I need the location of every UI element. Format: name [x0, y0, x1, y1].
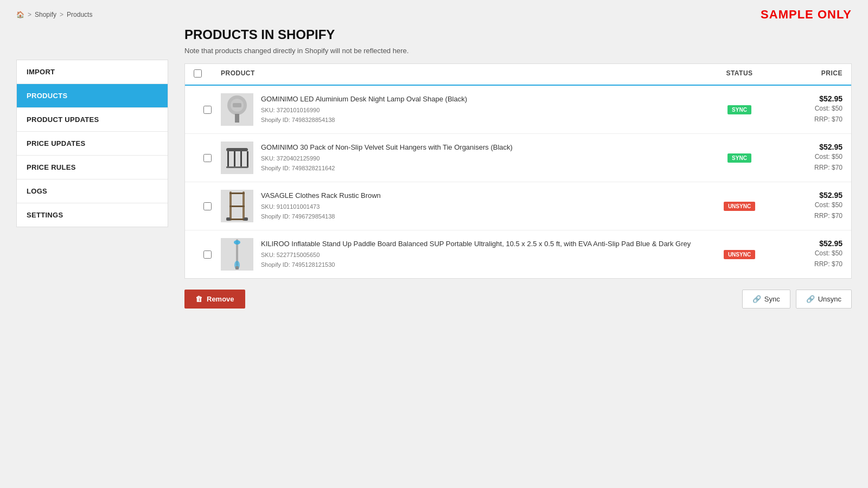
svg-rect-16 [244, 217, 248, 221]
table-row: GOMINIMO LED Aluminium Desk Night Lamp O… [185, 86, 851, 134]
remove-button[interactable]: 🗑 Remove [184, 290, 245, 309]
row4-status-cell: UNSYNC [701, 250, 777, 259]
row4-price-cell: $52.95 Cost: $50 RRP: $70 [777, 239, 843, 270]
table-row: VASAGLE Clothes Rack Rustic Brown SKU: 9… [185, 182, 851, 230]
select-all-checkbox[interactable] [194, 69, 202, 78]
row2-product-name: GOMINIMO 30 Pack of Non-Slip Velvet Suit… [261, 143, 513, 152]
breadcrumb-shopify[interactable]: Shopify [35, 11, 56, 18]
row2-checkbox-cell [194, 154, 221, 162]
row1-price-sub: Cost: $50 RRP: $70 [777, 103, 843, 125]
header-price: PRICE [777, 69, 843, 79]
row3-product-info: VASAGLE Clothes Rack Rustic Brown SKU: 9… [261, 191, 381, 221]
header-status: STATUS [701, 69, 777, 79]
svg-rect-1 [235, 114, 239, 123]
row1-status-badge: SYNC [727, 105, 751, 114]
products-table: PRODUCT STATUS PRICE [184, 63, 852, 279]
row1-product-sku: SKU: 3720101016990 Shopify ID: 749832885… [261, 106, 467, 125]
row4-product-image [221, 238, 253, 271]
row4-status-badge: UNSYNC [724, 250, 755, 259]
row2-checkbox[interactable] [203, 154, 212, 162]
breadcrumb-products: Products [67, 11, 92, 18]
row4-product-sku: SKU: 5227715005650 Shopify ID: 749512812… [261, 251, 691, 269]
breadcrumb: 🏠 > Shopify > Products [16, 11, 92, 18]
row4-product-info: KILIROO Inflatable Stand Up Paddle Board… [261, 239, 691, 269]
sidebar: IMPORT PRODUCTS PRODUCT UPDATES PRICE UP… [16, 60, 168, 227]
row3-checkbox[interactable] [203, 202, 212, 210]
row3-status-cell: UNSYNC [701, 202, 777, 211]
table-row: GOMINIMO 30 Pack of Non-Slip Velvet Suit… [185, 134, 851, 182]
sync-button[interactable]: 🔗 Sync [742, 290, 790, 309]
sidebar-item-settings[interactable]: SETTINGS [17, 203, 168, 227]
trash-icon: 🗑 [195, 295, 202, 303]
row3-product-name: VASAGLE Clothes Rack Rustic Brown [261, 191, 381, 201]
row2-product-sku: SKU: 3720402125990 Shopify ID: 749832821… [261, 154, 513, 173]
row3-price-main: $52.95 [777, 191, 843, 200]
sync-icon: 🔗 [752, 295, 761, 303]
row3-product-sku: SKU: 9101101001473 Shopify ID: 749672985… [261, 202, 381, 221]
svg-rect-6 [234, 151, 235, 168]
row3-checkbox-cell [194, 202, 221, 210]
content-area: PRODUCTS IN SHOPIFY Note that products c… [168, 27, 852, 445]
home-icon[interactable]: 🏠 [16, 11, 24, 18]
svg-rect-3 [233, 103, 241, 107]
svg-rect-15 [226, 217, 231, 221]
row4-checkbox[interactable] [203, 251, 212, 259]
row3-product-cell: VASAGLE Clothes Rack Rustic Brown SKU: 9… [221, 190, 701, 222]
row3-product-image [221, 190, 253, 222]
svg-rect-20 [235, 266, 239, 269]
row2-product-cell: GOMINIMO 30 Pack of Non-Slip Velvet Suit… [221, 142, 701, 174]
svg-rect-4 [226, 148, 248, 151]
svg-point-18 [234, 240, 240, 245]
sidebar-item-price-updates[interactable]: PRICE UPDATES [17, 132, 168, 156]
row2-price-main: $52.95 [777, 143, 843, 151]
right-actions: 🔗 Sync 🔗 Unsync [742, 290, 852, 309]
row1-product-image [221, 93, 253, 126]
sample-only-label: SAMPLE ONLY [761, 8, 852, 22]
table-row: KILIROO Inflatable Stand Up Paddle Board… [185, 230, 851, 278]
row2-product-info: GOMINIMO 30 Pack of Non-Slip Velvet Suit… [261, 143, 513, 173]
row2-product-image [221, 142, 253, 174]
sidebar-item-price-rules[interactable]: PRICE RULES [17, 156, 168, 179]
unsync-icon: 🔗 [806, 295, 815, 303]
sidebar-item-products[interactable]: PRODUCTS [17, 84, 168, 108]
row1-product-name: GOMINIMO LED Aluminium Desk Night Lamp O… [261, 94, 467, 104]
row1-price-main: $52.95 [777, 94, 843, 103]
sidebar-item-product-updates[interactable]: PRODUCT UPDATES [17, 108, 168, 132]
row1-product-cell: GOMINIMO LED Aluminium Desk Night Lamp O… [221, 93, 701, 126]
svg-rect-8 [247, 151, 248, 168]
sidebar-item-logs[interactable]: LOGS [17, 179, 168, 203]
row4-price-main: $52.95 [777, 239, 843, 248]
bottom-actions: 🗑 Remove 🔗 Sync 🔗 Unsync [184, 279, 852, 314]
row2-price-cell: $52.95 Cost: $50 RRP: $70 [777, 143, 843, 174]
row2-status-badge: SYNC [727, 153, 751, 163]
row1-checkbox[interactable] [203, 106, 212, 114]
row4-product-name: KILIROO Inflatable Stand Up Paddle Board… [261, 239, 691, 249]
row1-checkbox-cell [194, 106, 221, 114]
row2-price-sub: Cost: $50 RRP: $70 [777, 151, 843, 174]
svg-rect-7 [240, 151, 242, 168]
svg-rect-13 [229, 206, 245, 207]
header-checkbox-cell [194, 69, 221, 79]
row4-product-cell: KILIROO Inflatable Stand Up Paddle Board… [221, 238, 701, 271]
svg-rect-14 [229, 219, 245, 220]
row4-checkbox-cell [194, 251, 221, 259]
row2-status-cell: SYNC [701, 153, 777, 163]
row3-price-sub: Cost: $50 RRP: $70 [777, 200, 843, 222]
row3-status-badge: UNSYNC [724, 202, 755, 211]
row1-product-info: GOMINIMO LED Aluminium Desk Night Lamp O… [261, 94, 467, 125]
main-layout: IMPORT PRODUCTS PRODUCT UPDATES PRICE UP… [0, 22, 868, 455]
page-title: PRODUCTS IN SHOPIFY [184, 27, 852, 42]
top-bar: 🏠 > Shopify > Products SAMPLE ONLY [0, 0, 868, 22]
row3-price-cell: $52.95 Cost: $50 RRP: $70 [777, 191, 843, 222]
row4-price-sub: Cost: $50 RRP: $70 [777, 248, 843, 270]
svg-rect-12 [229, 192, 245, 194]
page-subtitle: Note that products changed directly in S… [184, 47, 852, 55]
table-header: PRODUCT STATUS PRICE [185, 64, 851, 86]
row1-status-cell: SYNC [701, 105, 777, 114]
row1-price-cell: $52.95 Cost: $50 RRP: $70 [777, 94, 843, 125]
sidebar-item-import[interactable]: IMPORT [17, 60, 168, 84]
unsync-button[interactable]: 🔗 Unsync [796, 290, 852, 309]
svg-rect-5 [227, 151, 229, 168]
header-product: PRODUCT [221, 69, 701, 79]
svg-rect-9 [226, 166, 248, 168]
